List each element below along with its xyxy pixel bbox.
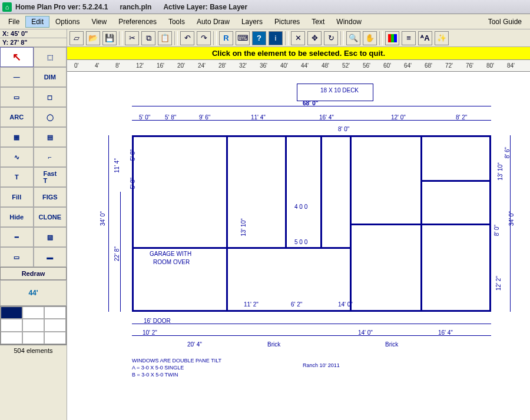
tool-dim[interactable]: DIM (34, 67, 67, 87)
tool-fill-grid[interactable]: ▤ (34, 127, 67, 147)
tool-bold-line[interactable]: ━ (0, 227, 34, 247)
color-swatch[interactable] (22, 319, 44, 331)
color-swatch[interactable] (1, 306, 22, 319)
toolbar-row: X: 45' 0" Y: 27' 8" ▱ 📂 💾 ✂ ⧉ 📋 ↶ ↷ R ⌨ … (0, 29, 530, 47)
copy-icon[interactable]: ⧉ (141, 31, 155, 45)
paste-icon[interactable]: 📋 (158, 31, 172, 45)
ruler-tick: 20' (177, 62, 185, 69)
save-icon[interactable]: 💾 (102, 31, 117, 45)
tool-pointer[interactable]: ↖ (0, 47, 34, 67)
tool-door[interactable]: ⌐ (34, 147, 67, 167)
ruler-tick: 12' (136, 62, 144, 69)
ruler-horizontal: 0'4'8'12'16'20'24'28'32'36'40'44'48'52'5… (67, 60, 530, 72)
zoom-icon[interactable]: 🔍 (346, 31, 360, 45)
app-icon: ⌂ (2, 2, 12, 12)
linestyle-icon[interactable]: ≡ (402, 31, 416, 45)
menu-bar: File Edit Options View Preferences Tools… (0, 14, 530, 29)
title-bar: ⌂ Home Plan Pro ver: 5.2.24.1 ranch.pln … (0, 0, 530, 14)
tool-fast-text[interactable]: FastT (34, 167, 67, 187)
tool-text[interactable]: T (0, 167, 34, 187)
ruler-tick: 68' (425, 62, 432, 69)
hand-icon[interactable]: ✋ (363, 31, 377, 45)
ruler-tick: 60' (383, 62, 391, 69)
floor-plan: 18 X 10 DECK 68' 0" 5' 0" 5' 8" 9' 6" 11… (91, 80, 512, 374)
redraw-button[interactable]: Redraw (0, 267, 67, 280)
tool-clone[interactable]: CLONE (34, 207, 67, 227)
color-swatch[interactable] (22, 306, 44, 319)
undo-icon[interactable]: ↶ (180, 31, 194, 45)
ruler-tick: 0' (74, 62, 78, 69)
tool-hide[interactable]: Hide (0, 207, 34, 227)
menu-autodraw[interactable]: Auto Draw (191, 16, 236, 28)
open-icon[interactable]: 📂 (86, 31, 100, 45)
ruler-tick: 72' (445, 62, 453, 69)
menu-toolguide[interactable]: Tool Guide (482, 16, 528, 28)
ruler-tick: 48' (322, 62, 329, 69)
rotate-icon[interactable]: ↻ (324, 31, 338, 45)
angle-display: 44' (0, 280, 67, 306)
ruler-tick: 52' (342, 62, 350, 69)
cut-icon[interactable]: ✂ (125, 31, 139, 45)
move-icon[interactable]: ✥ (307, 31, 322, 45)
info-icon[interactable]: i (269, 31, 283, 45)
ruler-tick: 8' (115, 62, 120, 69)
coordinate-display: X: 45' 0" Y: 27' 8" (0, 29, 67, 46)
tool-curve[interactable]: ∿ (0, 147, 34, 167)
menu-edit[interactable]: Edit (25, 16, 49, 28)
tool-panel: ↖⬚—DIM▭◻ARC◯▦▤∿⌐TFastTFillFIGSHideCLONE━… (0, 47, 67, 420)
menu-options[interactable]: Options (49, 16, 85, 28)
ruler-tick: 44' (301, 62, 309, 69)
ruler-icon[interactable]: R (219, 31, 233, 45)
new-icon[interactable]: ▱ (69, 31, 84, 45)
ruler-tick: 64' (404, 62, 412, 69)
tool-select-rect[interactable]: ⬚ (34, 47, 67, 67)
tool-rect[interactable]: ▭ (0, 87, 34, 107)
tool-circle[interactable]: ◯ (34, 107, 67, 127)
color-swatch[interactable] (44, 306, 66, 319)
rgb-icon[interactable] (385, 31, 399, 45)
main-toolbar: ▱ 📂 💾 ✂ ⧉ 📋 ↶ ↷ R ⌨ ? i ✕ ✥ ↻ 🔍 ✋ ≡ ᴬA ✨ (67, 29, 530, 46)
ruler-tick: 16' (157, 62, 164, 69)
font-icon[interactable]: ᴬA (418, 31, 432, 45)
ruler-tick: 36' (260, 62, 267, 69)
ruler-tick: 84' (507, 62, 515, 69)
tool-figs[interactable]: FIGS (34, 187, 67, 207)
menu-pictures[interactable]: Pictures (269, 16, 306, 28)
hint-bar: Click on the element to be selected. Esc… (67, 47, 530, 60)
menu-layers[interactable]: Layers (236, 16, 269, 28)
color-swatch[interactable] (1, 319, 22, 331)
menu-file[interactable]: File (2, 16, 25, 28)
color-swatch[interactable] (44, 332, 66, 344)
delete-icon[interactable]: ✕ (291, 31, 305, 45)
canvas-area: Click on the element to be selected. Esc… (67, 47, 530, 420)
menu-window[interactable]: Window (330, 16, 367, 28)
ruler-tick: 4' (95, 62, 99, 69)
tool-line[interactable]: — (0, 67, 34, 87)
calc-icon[interactable]: ⌨ (236, 31, 250, 45)
ruler-tick: 24' (198, 62, 206, 69)
menu-preferences[interactable]: Preferences (112, 16, 163, 28)
color-swatch[interactable] (22, 332, 44, 344)
color-swatch[interactable] (44, 319, 66, 331)
ruler-tick: 56' (363, 62, 370, 69)
tool-grid[interactable]: ▦ (0, 127, 34, 147)
color-swatch[interactable] (1, 332, 22, 344)
color-palette[interactable] (0, 306, 67, 345)
tool-arc[interactable]: ARC (0, 107, 34, 127)
menu-view[interactable]: View (85, 16, 112, 28)
menu-tools[interactable]: Tools (163, 16, 191, 28)
ruler-tick: 40' (280, 62, 288, 69)
effects-icon[interactable]: ✨ (435, 31, 449, 45)
redo-icon[interactable]: ↷ (197, 31, 211, 45)
ruler-tick: 76' (466, 62, 473, 69)
tool-shape[interactable]: ◻ (34, 87, 67, 107)
ruler-tick: 28' (218, 62, 226, 69)
tool-rect2[interactable]: ▭ (0, 247, 34, 267)
menu-text[interactable]: Text (306, 16, 330, 28)
tool-pattern[interactable]: ▨ (34, 227, 67, 247)
tool-rect-fill[interactable]: ▬ (34, 247, 67, 267)
ruler-tick: 32' (239, 62, 247, 69)
help-icon[interactable]: ? (252, 31, 266, 45)
drawing-canvas[interactable]: 18 X 10 DECK 68' 0" 5' 0" 5' 8" 9' 6" 11… (67, 72, 530, 420)
tool-fill[interactable]: Fill (0, 187, 34, 207)
